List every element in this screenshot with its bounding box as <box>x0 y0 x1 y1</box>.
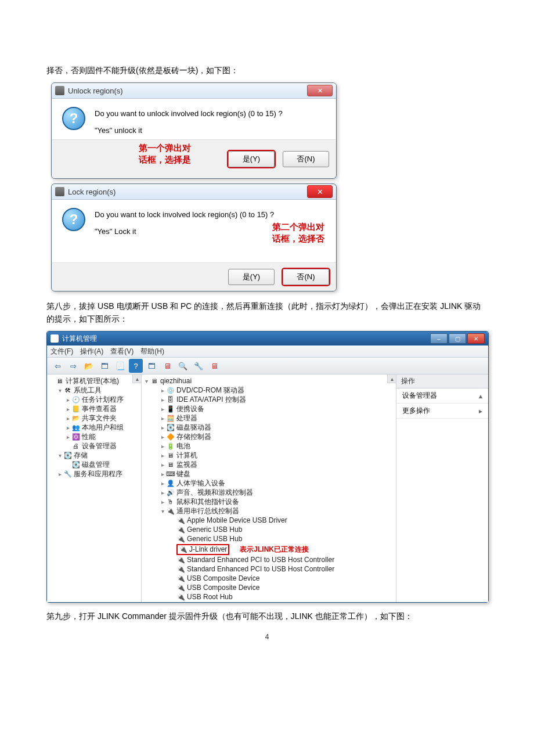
back-icon[interactable]: ⇦ <box>50 359 64 373</box>
no-button[interactable]: 否(N) <box>283 151 329 167</box>
tree-item[interactable]: ▸🔯性能 <box>48 433 140 442</box>
question-icon: ? <box>62 107 85 130</box>
device-item[interactable]: ▸🖱鼠标和其他指针设备 <box>143 498 395 507</box>
device-item[interactable]: ▸⌨键盘 <box>143 470 395 479</box>
actions-row-devmgr[interactable]: 设备管理器 ▴ <box>396 388 488 404</box>
tree-twisty-icon: ▸ <box>64 433 71 441</box>
yes-button[interactable]: 是(Y) <box>228 269 275 285</box>
devmgr-title: 计算机管理 <box>62 334 97 344</box>
question-icon: ? <box>62 208 85 231</box>
minimize-button[interactable]: – <box>430 333 448 344</box>
devmgr-device-tree: ▾🖥 qiezhihuai ▴ ▸💿DVD/CD-ROM 驱动器▸🗄IDE AT… <box>142 375 396 602</box>
device-icon: 🔌 <box>176 556 185 564</box>
devmgr-content: ▴ 🖥计算机管理(本地)▾🛠系统工具▸🕘任务计划程序▸📒事件查看器▸📂共享文件夹… <box>47 375 488 602</box>
device-item[interactable]: 🔌Apple Mobile Device USB Driver <box>143 516 395 525</box>
device-label: 通用串行总线控制器 <box>176 507 239 516</box>
device-item[interactable]: 🔌USB Composite Device <box>143 584 395 593</box>
tree-item[interactable]: ▸👥本地用户和组 <box>48 423 140 433</box>
actions-row-label: 更多操作 <box>402 406 430 416</box>
tree-item-label: 磁盘管理 <box>82 460 110 469</box>
device-icon: 🔌 <box>176 526 185 534</box>
tree-item[interactable]: ▸📂共享文件夹 <box>48 414 140 423</box>
tree-item[interactable]: ▸🕘任务计划程序 <box>48 395 140 405</box>
device-icon: 🔌 <box>176 575 185 583</box>
device-item[interactable]: 🔌Standard Enhanced PCI to USB Host Contr… <box>143 565 395 574</box>
tree-item[interactable]: 🖥计算机管理(本地) <box>48 377 140 386</box>
scroll-up-icon[interactable]: ▴ <box>387 375 396 383</box>
scroll-up-icon[interactable]: ▴ <box>132 375 141 383</box>
document-page: 择否，否则固件不能升级(依然是板砖一块)，如下图： Unlock region(… <box>0 0 534 664</box>
tree-twisty-icon: ▸ <box>159 395 166 404</box>
help-icon[interactable]: ? <box>129 359 143 373</box>
device-icon: 🧮 <box>166 415 175 423</box>
device-item[interactable]: ▸🔋电池 <box>143 442 395 451</box>
up-icon[interactable]: 📂 <box>82 359 96 373</box>
device-item[interactable]: ▸🖥计算机 <box>143 451 395 460</box>
tree-item[interactable]: 💽磁盘管理 <box>48 460 140 470</box>
maximize-button[interactable]: ▢ <box>449 333 466 344</box>
device-item[interactable]: 🔌Generic USB Hub <box>143 525 395 535</box>
tree-node-icon: 🖥 <box>55 377 64 386</box>
device-label: Generic USB Hub <box>187 525 242 534</box>
menu-action[interactable]: 操作(A) <box>80 347 103 357</box>
uninstall-icon[interactable]: 🖥 <box>207 359 221 373</box>
tree-twisty-icon: ▸ <box>159 423 166 432</box>
device-item[interactable]: ▸💿DVD/CD-ROM 驱动器 <box>143 386 395 395</box>
device-item[interactable]: ▸🖥监视器 <box>143 460 395 470</box>
yes-button[interactable]: 是(Y) <box>228 151 275 167</box>
device-item[interactable]: 🔌USB Composite Device <box>143 574 395 584</box>
no-button[interactable]: 否(N) <box>283 269 329 285</box>
dialog1-message-area: Do you want to unlock involved lock regi… <box>95 107 283 135</box>
device-icon: 💿 <box>166 387 175 395</box>
tree-node-icon: 📒 <box>71 405 80 413</box>
actions-row-more[interactable]: 更多操作 ▸ <box>396 404 488 419</box>
devmgr-toolbar: ⇦ ⇨ 📂 🗔 📃 ? 🗔 🖥 🔍 🔧 🖥 <box>47 358 488 375</box>
update-driver-icon[interactable]: 🔧 <box>192 359 205 373</box>
app-icon <box>55 86 64 95</box>
tree-item-label: 本地用户和组 <box>82 423 124 432</box>
device-item[interactable]: ▸📱便携设备 <box>143 405 395 414</box>
device-item[interactable]: 🔌Generic USB Hub <box>143 535 395 544</box>
device-icon: 🔌 <box>166 507 175 516</box>
devmgr-titlebar: 计算机管理 – ▢ ✕ <box>47 332 488 345</box>
tree-root[interactable]: ▾🖥 qiezhihuai <box>143 377 395 386</box>
menu-help[interactable]: 帮助(H) <box>140 347 164 357</box>
device-item[interactable]: 🔌Standard Enhanced PCI to USB Host Contr… <box>143 556 395 565</box>
device-item[interactable]: ▸🧮处理器 <box>143 414 395 423</box>
annotation-line1: 第二个弹出对 <box>272 221 324 233</box>
device-item[interactable]: 🔌USB Root Hub <box>143 593 395 602</box>
tree-twisty-icon: ▸ <box>64 395 71 404</box>
device-item[interactable]: ▸🔶存储控制器 <box>143 433 395 442</box>
tree-twisty-icon: ▸ <box>64 423 71 432</box>
tree-item[interactable]: 🖨设备管理器 <box>48 442 140 451</box>
menu-file[interactable]: 文件(F) <box>50 347 73 357</box>
properties-icon[interactable]: 📃 <box>113 359 127 373</box>
intro-text: 择否，否则固件不能升级(依然是板砖一块)，如下图： <box>46 64 488 77</box>
tree-item[interactable]: ▾🛠系统工具 <box>48 386 140 395</box>
device-item[interactable]: ▸👤人体学输入设备 <box>143 479 395 488</box>
tree-item[interactable]: ▸📒事件查看器 <box>48 405 140 414</box>
tree-item[interactable]: ▾💽存储 <box>48 451 140 460</box>
tree-node-icon: 🛠 <box>63 387 72 395</box>
show-hide-icon[interactable]: 🗔 <box>98 359 111 373</box>
close-button[interactable]: ✕ <box>467 333 485 344</box>
device-label: 电池 <box>176 442 190 451</box>
actions-header: 操作 <box>396 375 488 388</box>
list-icon[interactable]: 🗔 <box>145 359 158 373</box>
forward-icon[interactable]: ⇨ <box>66 359 80 373</box>
scan-icon[interactable]: 🖥 <box>160 359 174 373</box>
device-item[interactable]: 🔌J-Link driver表示JLINK已正常连接 <box>143 544 395 556</box>
collapse-icon: ▴ <box>479 392 482 400</box>
device-label: 人体学输入设备 <box>176 479 225 488</box>
scan-hardware-icon[interactable]: 🔍 <box>176 359 190 373</box>
close-button[interactable]: ✕ <box>307 85 333 96</box>
device-item[interactable]: ▸💽磁盘驱动器 <box>143 423 395 433</box>
device-item[interactable]: ▸🔊声音、视频和游戏控制器 <box>143 488 395 498</box>
annotation-line2: 话框，选择否 <box>272 233 324 244</box>
device-item[interactable]: ▸🗄IDE ATA/ATAPI 控制器 <box>143 395 395 405</box>
device-label: 存储控制器 <box>176 433 211 441</box>
device-item[interactable]: ▾🔌通用串行总线控制器 <box>143 507 395 516</box>
menu-view[interactable]: 查看(V) <box>110 347 134 357</box>
tree-item[interactable]: ▸🔧服务和应用程序 <box>48 470 140 479</box>
close-button[interactable]: ✕ <box>307 185 333 198</box>
